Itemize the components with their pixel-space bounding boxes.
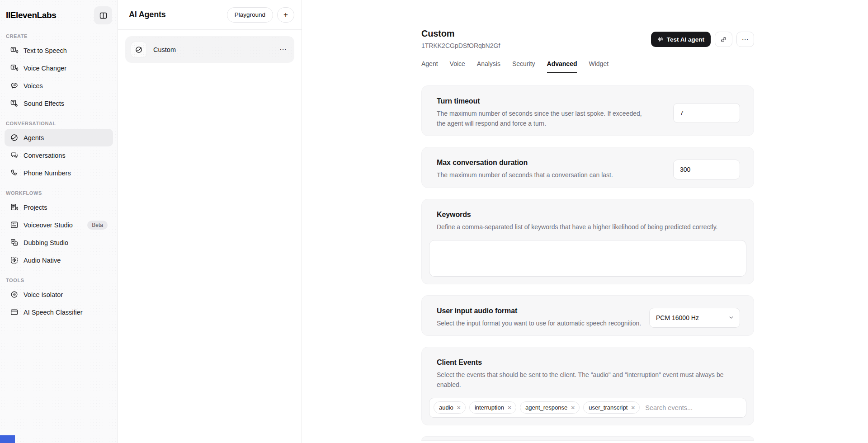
- sidebar-item-label: Text to Speech: [24, 47, 67, 54]
- add-agent-button[interactable]: +: [277, 7, 294, 23]
- max-conversation-duration-card: Max conversation duration The maximum nu…: [421, 147, 754, 188]
- chip-remove-icon[interactable]: ✕: [571, 405, 575, 410]
- audio-native-icon: [10, 256, 19, 264]
- client-events-input[interactable]: audio ✕ interruption ✕ agent_response ✕: [429, 398, 746, 418]
- keywords-title: Keywords: [437, 211, 739, 219]
- sidebar-item-label: Audio Native: [24, 257, 61, 264]
- sound-effects-icon: [10, 99, 19, 108]
- agent-row-menu-button[interactable]: ⋯: [279, 46, 287, 53]
- test-ai-agent-label: Test AI agent: [667, 36, 704, 43]
- max-duration-input[interactable]: [673, 160, 740, 179]
- max-duration-title: Max conversation duration: [437, 159, 613, 167]
- agent-id: 1TRKK2CGpDSfORqbN2Gf: [421, 42, 500, 49]
- agents-icon: [10, 133, 19, 142]
- agents-list-panel: AI Agents Playground + Custom ⋯: [118, 0, 302, 443]
- sidebar-item-label: Voices: [24, 82, 43, 90]
- sidebar-item-agents[interactable]: Agents: [5, 129, 113, 146]
- sidebar-item-voiceover-studio[interactable]: Voiceover Studio Beta: [5, 216, 113, 234]
- sidebar-item-voices[interactable]: Voices: [5, 77, 113, 94]
- keywords-card: Keywords Define a comma-separated list o…: [421, 199, 754, 284]
- sidebar-item-voice-isolator[interactable]: Voice Isolator: [5, 286, 113, 303]
- keywords-textarea[interactable]: [429, 240, 746, 277]
- chip-label: interruption: [475, 404, 504, 411]
- agent-name: Custom: [153, 46, 176, 53]
- sidebar-item-text-to-speech[interactable]: Text to Speech: [5, 42, 113, 59]
- voiceover-studio-icon: [10, 221, 19, 229]
- sidebar-item-label: AI Speech Classifier: [24, 309, 83, 316]
- turn-timeout-description: The maximum number of seconds since the …: [437, 109, 646, 128]
- chip-remove-icon[interactable]: ✕: [457, 405, 461, 410]
- playground-button[interactable]: Playground: [227, 7, 273, 23]
- sidebar-item-dubbing-studio[interactable]: Dubbing Studio: [5, 234, 113, 251]
- client-events-description: Select the events that should be sent to…: [437, 370, 727, 390]
- agent-more-menu-button[interactable]: ⋯: [736, 32, 754, 47]
- agents-panel-header: AI Agents Playground +: [118, 0, 302, 30]
- tab-widget[interactable]: Widget: [589, 60, 609, 73]
- sidebar-section-create: CREATE: [0, 33, 118, 39]
- sidebar: IIElevenLabs CREATE Text to Speech Voice…: [0, 0, 118, 443]
- phone-icon: [10, 169, 19, 177]
- client-event-chip-user-transcript: user_transcript ✕: [583, 401, 640, 414]
- copy-link-button[interactable]: [715, 32, 732, 47]
- turn-timeout-card: Turn timeout The maximum number of secon…: [421, 85, 754, 136]
- sidebar-item-label: Phone Numbers: [24, 170, 71, 177]
- chip-label: audio: [439, 404, 453, 411]
- sidebar-item-sound-effects[interactable]: Sound Effects: [5, 94, 113, 112]
- sidebar-item-label: Conversations: [24, 152, 66, 159]
- sidebar-item-ai-speech-classifier[interactable]: AI Speech Classifier: [5, 303, 113, 321]
- dubbing-studio-icon: [10, 238, 19, 247]
- tab-security[interactable]: Security: [512, 60, 535, 73]
- client-events-title: Client Events: [437, 358, 739, 367]
- audio-format-title: User input audio format: [437, 307, 641, 315]
- keywords-description: Define a comma-separated list of keyword…: [437, 222, 727, 232]
- voice-changer-icon: [10, 64, 19, 72]
- next-card-partial: [421, 436, 754, 441]
- agent-avatar: [131, 42, 147, 58]
- sidebar-item-voice-changer[interactable]: Voice Changer: [5, 59, 113, 77]
- elevenlabs-logo: IIElevenLabs: [6, 10, 56, 20]
- sidebar-section-workflows: WORKFLOWS: [0, 190, 118, 196]
- sidebar-item-projects[interactable]: Projects: [5, 198, 113, 216]
- sidebar-header: IIElevenLabs: [0, 0, 118, 29]
- tab-voice[interactable]: Voice: [450, 60, 465, 73]
- chip-remove-icon[interactable]: ✕: [507, 405, 512, 410]
- beta-badge: Beta: [87, 221, 108, 230]
- client-event-chip-interruption: interruption ✕: [469, 401, 516, 414]
- tab-agent[interactable]: Agent: [421, 60, 438, 73]
- screen-capture-indicator: [0, 435, 15, 443]
- audio-format-selected-value: PCM 16000 Hz: [656, 314, 725, 321]
- turn-timeout-input[interactable]: [673, 103, 740, 123]
- agents-list: Custom ⋯: [118, 30, 302, 69]
- text-to-speech-icon: [10, 46, 19, 55]
- tab-advanced[interactable]: Advanced: [547, 60, 577, 73]
- agent-tabs: Agent Voice Analysis Security Advanced W…: [421, 60, 754, 73]
- sidebar-section-conversational: CONVERSATIONAL: [0, 121, 118, 126]
- chip-remove-icon[interactable]: ✕: [631, 405, 635, 410]
- sidebar-item-label: Sound Effects: [24, 100, 64, 107]
- agent-list-item-custom[interactable]: Custom ⋯: [125, 36, 294, 63]
- agent-avatar-check-icon: [135, 46, 143, 54]
- sidebar-item-label: Voiceover Studio: [24, 222, 73, 229]
- turn-timeout-title: Turn timeout: [437, 97, 646, 105]
- app-window: IIElevenLabs CREATE Text to Speech Voice…: [0, 0, 868, 443]
- link-icon: [720, 36, 727, 43]
- chevron-down-icon: [728, 315, 734, 320]
- ellipsis-icon: ⋯: [742, 35, 749, 43]
- test-ai-agent-button[interactable]: Test AI agent: [651, 32, 711, 47]
- sidebar-item-conversations[interactable]: Conversations: [5, 146, 113, 164]
- projects-icon: [10, 203, 19, 212]
- client-events-card: Client Events Select the events that sho…: [421, 347, 754, 425]
- search-events-input[interactable]: [643, 404, 742, 411]
- tab-analysis[interactable]: Analysis: [477, 60, 500, 73]
- ai-speech-classifier-icon: [10, 308, 19, 316]
- sidebar-item-label: Dubbing Studio: [24, 239, 68, 246]
- voice-isolator-icon: [10, 290, 19, 299]
- max-duration-description: The maximum number of seconds that a con…: [437, 170, 613, 180]
- sidebar-item-audio-native[interactable]: Audio Native: [5, 251, 113, 269]
- sidebar-item-phone-numbers[interactable]: Phone Numbers: [5, 164, 113, 182]
- sidebar-item-label: Voice Changer: [24, 65, 66, 72]
- agent-header: Custom 1TRKK2CGpDSfORqbN2Gf Test AI agen…: [421, 28, 754, 49]
- collapse-sidebar-button[interactable]: [94, 6, 112, 24]
- chip-label: user_transcript: [589, 404, 627, 411]
- audio-format-select[interactable]: PCM 16000 Hz: [649, 308, 740, 328]
